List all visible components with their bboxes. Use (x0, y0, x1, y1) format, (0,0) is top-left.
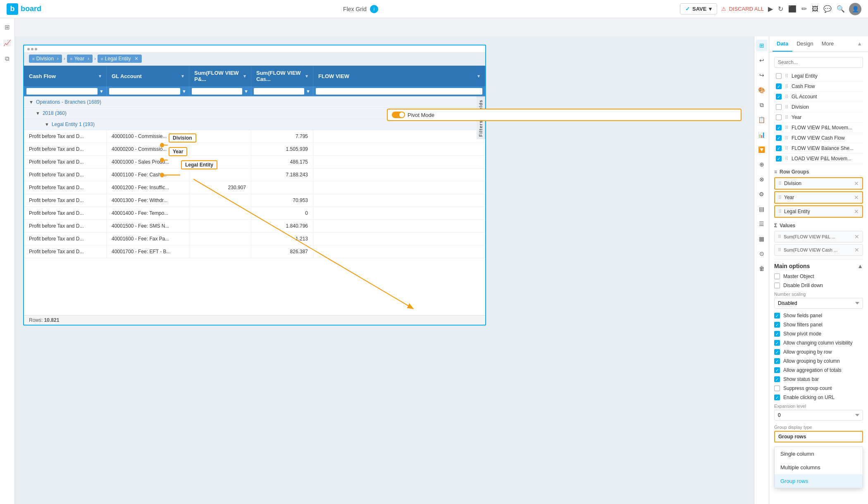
right-icon-redo[interactable]: ↪ (756, 69, 768, 81)
value-item-1[interactable]: ⠿ Sum(FLOW VIEW Cash ... ✕ (774, 244, 863, 256)
field-item-7[interactable]: ✓ ⠿ FLOW VIEW Balance She... (774, 143, 863, 154)
checkbox-mid-7[interactable]: ✓ Show status bar (774, 376, 863, 382)
expand-year-icon[interactable]: ▼ (36, 111, 40, 116)
field-drag-1[interactable]: ⠿ (785, 84, 788, 89)
expand-division-icon[interactable]: ▼ (29, 100, 33, 105)
checkbox-icon-mid-0[interactable]: ✓ (774, 313, 780, 319)
avatar[interactable]: 👤 (849, 3, 861, 15)
sidebar-chart-icon[interactable]: 📈 (2, 37, 13, 49)
export-icon[interactable]: ⬛ (788, 5, 796, 13)
field-drag-6[interactable]: ⠿ (785, 136, 788, 141)
field-item-3[interactable]: ⠿ Division (774, 102, 863, 112)
field-checkbox-7[interactable]: ✓ (776, 145, 782, 151)
checkbox-icon-mid-1[interactable]: ✓ (774, 322, 780, 328)
right-icon-group[interactable]: ⊕ (756, 159, 768, 170)
search-icon[interactable]: 🔍 (837, 5, 845, 13)
dropdown-item-multiple-columns[interactable]: Multiple columns (775, 461, 863, 474)
checkbox-icon-top-1[interactable] (774, 283, 780, 288)
expand-legal-entity-icon[interactable]: ▼ (45, 122, 49, 127)
dropdown-item-single-column[interactable]: Single column (775, 447, 863, 461)
right-icon-palette[interactable]: 🎨 (756, 84, 768, 96)
col-flowview1-filter-icon[interactable]: ▾ (243, 74, 246, 79)
field-drag-4[interactable]: ⠿ (785, 115, 788, 120)
col-cashflow-filter-icon[interactable]: ▾ (99, 74, 101, 79)
discard-button[interactable]: ⚠ DISCARD ALL (721, 6, 764, 12)
filter-flowview3-input[interactable] (316, 88, 482, 95)
filter-flowview2[interactable]: ▼ (251, 86, 313, 96)
checkbox-mid-9[interactable]: ✓ Enable clicking on URL (774, 395, 863, 400)
play-icon[interactable]: ▶ (768, 5, 773, 13)
save-button[interactable]: ✓ SAVE ▾ (680, 3, 717, 14)
checkbox-icon-mid-6[interactable]: ✓ (774, 367, 780, 373)
field-drag-3[interactable]: ⠿ (785, 105, 788, 110)
row-group-item-1[interactable]: ⠿ Year ✕ (774, 191, 863, 204)
value-drag-0[interactable]: ⠿ (778, 234, 781, 240)
checkbox-icon-mid-7[interactable]: ✓ (774, 376, 780, 382)
tab-more[interactable]: More (818, 36, 838, 52)
right-icon-filter[interactable]: 🔽 (756, 144, 768, 155)
sidebar-dashboard-icon[interactable]: ⊞ (2, 21, 13, 33)
right-icon-table[interactable]: ▤ (756, 203, 768, 215)
checkbox-mid-4[interactable]: ✓ Allow grouping by row (774, 349, 863, 355)
filter-glaccount[interactable]: ▼ (107, 86, 189, 96)
group-row-division[interactable]: ▼ Operations - Branches (1689) (24, 97, 485, 108)
right-icon-paste[interactable]: 📋 (756, 114, 768, 126)
breadcrumb-division-arrow[interactable]: › (57, 56, 59, 62)
filter-flowview3[interactable] (313, 86, 485, 96)
panel-collapse-icon[interactable]: ▲ (854, 36, 865, 52)
pivot-mode-toggle[interactable] (392, 112, 405, 118)
breadcrumb-item-year[interactable]: ≡ Year › (67, 55, 93, 63)
pivot-mode-button[interactable]: Pivot Mode (387, 109, 742, 121)
col-flowview3-filter-icon[interactable]: ▾ (477, 74, 480, 79)
field-item-4[interactable]: ⠿ Year (774, 112, 863, 123)
filter-flowview1-input[interactable] (192, 88, 242, 95)
comment-icon[interactable]: 💬 (823, 5, 832, 13)
checkbox-mid-6[interactable]: ✓ Allow aggregation of totals (774, 367, 863, 373)
field-checkbox-5[interactable]: ✓ (776, 125, 782, 131)
field-checkbox-2[interactable]: ✓ (776, 94, 782, 100)
tab-data[interactable]: Data (773, 36, 792, 52)
col-glaccount-filter-icon[interactable]: ▾ (181, 74, 184, 79)
field-drag-5[interactable]: ⠿ (785, 125, 788, 131)
right-icon-chart[interactable]: 📊 (756, 129, 768, 140)
row-group-item-2[interactable]: ⠿ Legal Entity ✕ (774, 205, 863, 218)
checkbox-icon-mid-9[interactable]: ✓ (774, 395, 780, 400)
checkbox-mid-5[interactable]: ✓ Allow grouping by column (774, 358, 863, 364)
row-group-item-0[interactable]: ⠿ Division ✕ (774, 177, 863, 190)
image-icon[interactable]: 🖼 (812, 5, 818, 13)
field-item-1[interactable]: ✓ ⠿ Cash Flow (774, 81, 863, 92)
dropdown-item-group-rows[interactable]: Group rows (775, 474, 863, 488)
checkbox-mid-0[interactable]: ✓ Show fields panel (774, 313, 863, 319)
value-item-0[interactable]: ⠿ Sum(FLOW VIEW P&L ... ✕ (774, 231, 863, 242)
field-item-0[interactable]: ⠿ Legal Entity (774, 71, 863, 81)
value-remove-1[interactable]: ✕ (854, 247, 859, 253)
breadcrumb-legal-entity-close[interactable]: ✕ (134, 56, 138, 62)
right-icon-copy[interactable]: ⧉ (756, 99, 768, 111)
checkbox-top-0[interactable]: Master Object (774, 273, 863, 279)
row-group-remove-2[interactable]: ✕ (854, 208, 859, 215)
fields-search-input[interactable] (774, 57, 863, 68)
sidebar-layers-icon[interactable]: ⧉ (2, 53, 13, 64)
edit-icon[interactable]: ✏ (801, 5, 807, 13)
checkbox-mid-8[interactable]: Suppress group count (774, 385, 863, 391)
field-checkbox-1[interactable]: ✓ (776, 83, 782, 89)
field-drag-8[interactable]: ⠿ (785, 156, 788, 162)
value-drag-1[interactable]: ⠿ (778, 247, 781, 253)
checkbox-icon-mid-8[interactable] (774, 385, 780, 391)
row-group-drag-0[interactable]: ⠿ (778, 181, 782, 186)
right-icon-settings[interactable]: ⚙ (756, 188, 768, 200)
row-group-drag-1[interactable]: ⠿ (778, 195, 782, 200)
checkbox-top-1[interactable]: Disable Drill down (774, 283, 863, 288)
field-checkbox-6[interactable]: ✓ (776, 135, 782, 141)
checkbox-icon-top-0[interactable] (774, 273, 780, 279)
right-icon-data[interactable]: ⊞ (756, 40, 768, 51)
field-item-2[interactable]: ✓ ⠿ GL Account (774, 92, 863, 102)
tab-design[interactable]: Design (792, 36, 817, 52)
value-remove-0[interactable]: ✕ (854, 233, 859, 240)
breadcrumb-item-division[interactable]: ≡ Division › (29, 55, 62, 63)
checkbox-mid-1[interactable]: ✓ Show filters panel (774, 322, 863, 328)
group-display-select[interactable]: Group rows (774, 431, 863, 442)
right-icon-undo[interactable]: ↩ (756, 55, 768, 66)
checkbox-mid-3[interactable]: ✓ Allow changing column visibility (774, 340, 863, 346)
checkbox-icon-mid-2[interactable]: ✓ (774, 331, 780, 337)
